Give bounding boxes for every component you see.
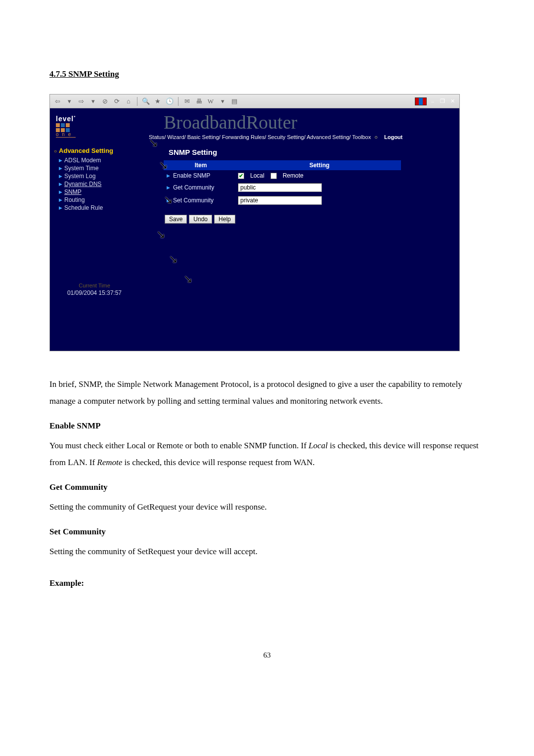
- forward-icon[interactable]: ⇨: [77, 97, 86, 106]
- ie-toolbar: ⇦ ▾ ⇨ ▾ ⊘ ⟳ ⌂ 🔍 ★ 🕓 ✉ 🖶 W ▾ ▤ – ❐ ✕: [50, 94, 459, 108]
- heading-get-community: Get Community: [49, 479, 485, 496]
- page-number: 63: [49, 651, 485, 660]
- save-button[interactable]: Save: [165, 215, 187, 224]
- close-icon[interactable]: ✕: [448, 98, 456, 105]
- triangle-icon: ▶: [59, 189, 62, 194]
- current-time-block: Current Time 01/09/2004 15:37:57: [50, 283, 139, 296]
- brand-logo: level* o n e: [56, 115, 76, 138]
- sidebar-item-snmp[interactable]: ▶SNMP: [59, 188, 135, 196]
- triangle-icon: ▶: [59, 174, 62, 179]
- sidebar-item-dynamic-dns[interactable]: ▶Dynamic DNS: [59, 180, 135, 188]
- triangle-icon: ▶: [167, 173, 170, 178]
- cursor-trail-icon: ↘: [183, 273, 192, 285]
- current-time-label: Current Time: [50, 283, 139, 288]
- refresh-icon[interactable]: ⟳: [112, 97, 121, 106]
- current-time-value: 01/09/2004 15:37:57: [50, 289, 139, 296]
- heading-example: Example:: [49, 575, 485, 592]
- triangle-icon: ▶: [59, 182, 62, 187]
- sidebar-item-adsl-modem[interactable]: ▶ADSL Modem: [59, 156, 135, 164]
- sidebar-item-system-log[interactable]: ▶System Log: [59, 172, 135, 180]
- triangle-icon: ▶: [167, 185, 170, 190]
- label-enable-snmp: Enable SNMP: [173, 172, 210, 179]
- paragraph-get-community: Setting the community of GetRequest your…: [49, 499, 485, 516]
- sidebar-item-schedule-rule[interactable]: ▶Schedule Rule: [59, 204, 135, 212]
- triangle-icon: ▶: [59, 205, 62, 210]
- local-label: Local: [250, 172, 265, 179]
- label-set-community: Set Community: [173, 197, 214, 204]
- edit-dropdown-icon[interactable]: ▾: [218, 97, 227, 106]
- snmp-setting-title: SNMP Setting: [139, 144, 454, 160]
- remote-checkbox[interactable]: ✔: [270, 173, 277, 179]
- forward-dropdown-icon[interactable]: ▾: [89, 97, 97, 106]
- back-dropdown-icon[interactable]: ▾: [65, 97, 74, 106]
- bullet-icon: ○: [374, 134, 378, 140]
- stop-icon[interactable]: ⊘: [100, 97, 109, 106]
- remote-label: Remote: [283, 172, 304, 179]
- cursor-trail-icon: ↘: [156, 228, 165, 241]
- label-get-community: Get Community: [173, 184, 214, 191]
- search-icon[interactable]: 🔍: [141, 97, 150, 106]
- triangle-icon: ▶: [59, 158, 62, 163]
- section-heading: 4.7.5 SNMP Setting: [49, 69, 485, 79]
- header-item: Item: [164, 160, 238, 170]
- flag-icon: [415, 97, 427, 105]
- router-header: level* o n e BroadbandRouter Status/ Wiz…: [50, 108, 459, 144]
- router-title: BroadbandRouter: [164, 111, 297, 133]
- row-enable-snmp: ▶Enable SNMP ✔Local ✔Remote: [164, 170, 401, 181]
- history-icon[interactable]: 🕓: [165, 97, 174, 106]
- heading-set-community: Set Community: [49, 523, 485, 540]
- sidebar-title: ○Advanced Setting: [54, 147, 135, 154]
- toolbar-separator: [178, 97, 178, 106]
- print-icon[interactable]: 🖶: [194, 97, 203, 106]
- header-setting: Setting: [238, 160, 401, 170]
- heading-enable-snmp: Enable SNMP: [49, 418, 485, 434]
- button-row: Save Undo Help: [165, 215, 454, 224]
- edit-icon[interactable]: W: [206, 97, 215, 106]
- help-button[interactable]: Help: [214, 215, 235, 224]
- settings-table: Item Setting ▶Enable SNMP ✔Local ✔Remote…: [164, 160, 401, 207]
- paragraph-set-community: Setting the community of SetRequest your…: [49, 543, 485, 560]
- discuss-icon[interactable]: ▤: [230, 97, 239, 106]
- set-community-input[interactable]: [238, 196, 322, 205]
- triangle-icon: ▶: [59, 197, 62, 202]
- row-set-community: ▶Set Community: [164, 194, 401, 207]
- sidebar: ○Advanced Setting ▶ADSL Modem ▶System Ti…: [50, 144, 139, 351]
- sidebar-item-routing[interactable]: ▶Routing: [59, 196, 135, 204]
- restore-icon[interactable]: ❐: [439, 98, 446, 105]
- logout-link[interactable]: Logout: [384, 134, 402, 140]
- document-body: In brief, SNMP, the Simple Network Manag…: [49, 376, 485, 592]
- cursor-trail-icon: ↘: [169, 253, 178, 266]
- favorites-icon[interactable]: ★: [153, 97, 162, 106]
- table-header: Item Setting: [164, 160, 401, 170]
- minimize-icon[interactable]: –: [429, 98, 437, 105]
- home-icon[interactable]: ⌂: [124, 97, 133, 106]
- mail-icon[interactable]: ✉: [182, 97, 191, 106]
- router-screenshot: ⇦ ▾ ⇨ ▾ ⊘ ⟳ ⌂ 🔍 ★ 🕓 ✉ 🖶 W ▾ ▤ – ❐ ✕ leve…: [49, 94, 460, 351]
- toolbar-separator: [137, 97, 137, 106]
- main-area: SNMP Setting Item Setting ▶Enable SNMP ✔…: [139, 144, 459, 351]
- triangle-icon: ▶: [59, 166, 62, 171]
- get-community-input[interactable]: [238, 183, 322, 192]
- back-icon[interactable]: ⇦: [53, 97, 62, 106]
- row-get-community: ▶Get Community: [164, 181, 401, 194]
- paragraph-enable-snmp: You must check either Local or Remote or…: [49, 437, 485, 471]
- local-checkbox[interactable]: ✔: [238, 173, 244, 179]
- bullet-icon: ○: [54, 148, 57, 154]
- triangle-icon: ▶: [167, 198, 170, 203]
- sidebar-item-system-time[interactable]: ▶System Time: [59, 164, 135, 172]
- intro-paragraph: In brief, SNMP, the Simple Network Manag…: [49, 376, 485, 410]
- undo-button[interactable]: Undo: [189, 215, 212, 224]
- router-nav[interactable]: Status/ Wizard/ Basic Setting/ Forwardin…: [149, 134, 402, 140]
